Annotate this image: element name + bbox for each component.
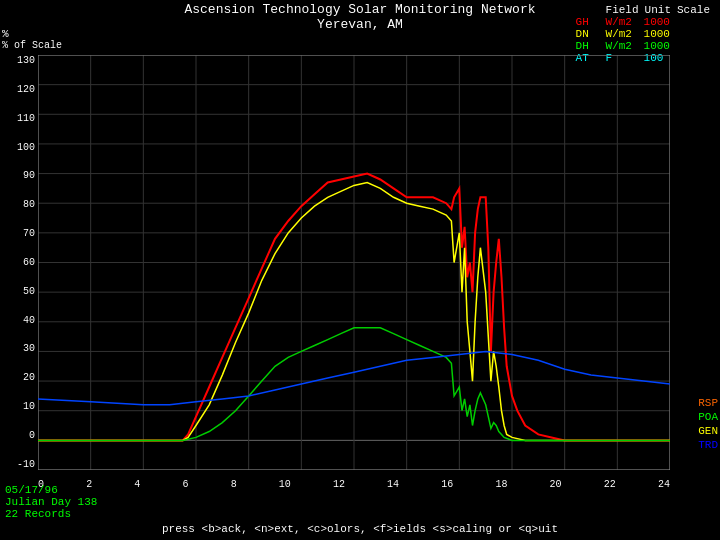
x-tick-12: 12 xyxy=(333,479,345,490)
legend-gh-unit: W/m2 xyxy=(606,16,638,28)
y-tick-10: 10 xyxy=(23,401,35,412)
x-tick-14: 14 xyxy=(387,479,399,490)
legend-unit-header: Unit xyxy=(645,4,671,16)
x-tick-24: 24 xyxy=(658,479,670,490)
x-tick-22: 22 xyxy=(604,479,616,490)
keybind-info: press <b>ack, <n>ext, <c>olors, <f>ields… xyxy=(5,523,715,535)
legend-dn-unit: W/m2 xyxy=(606,28,638,40)
legend-row-gh: GH W/m2 1000 xyxy=(576,16,710,28)
trd-label: TRD xyxy=(698,438,718,452)
y-tick-100: 100 xyxy=(17,142,35,153)
y-tick-80: 80 xyxy=(23,199,35,210)
legend-row-dh: DH W/m2 1000 xyxy=(576,40,710,52)
y-tick-130: 130 xyxy=(17,55,35,66)
y-axis-of-scale: % of Scale xyxy=(2,40,62,51)
legend-gh-field: GH xyxy=(576,16,600,28)
y-tick-110: 110 xyxy=(17,113,35,124)
legend-scale-header: Scale xyxy=(677,4,710,16)
y-tick-20: 20 xyxy=(23,372,35,383)
rsp-label: RSP xyxy=(698,396,718,410)
legend-dn-scale: 1000 xyxy=(644,28,674,40)
legend-dn-field: DN xyxy=(576,28,600,40)
x-axis-labels: 024681012141618202224 xyxy=(38,479,670,490)
x-tick-10: 10 xyxy=(279,479,291,490)
y-tick-70: 70 xyxy=(23,228,35,239)
legend-dh-field: DH xyxy=(576,40,600,52)
x-tick-4: 4 xyxy=(134,479,140,490)
bottom-info: 05/17/96 Julian Day 138 22 Records press… xyxy=(0,490,720,540)
legend-field-header: Field xyxy=(606,4,639,16)
main-container: Ascension Technology Solar Monitoring Ne… xyxy=(0,0,720,540)
x-tick-8: 8 xyxy=(231,479,237,490)
y-tick-90: 90 xyxy=(23,170,35,181)
legend-gh-scale: 1000 xyxy=(644,16,674,28)
y-tick-40: 40 xyxy=(23,315,35,326)
date-info: 05/17/96 Julian Day 138 22 Records xyxy=(5,484,97,520)
x-tick-16: 16 xyxy=(441,479,453,490)
y-tick-120: 120 xyxy=(17,84,35,95)
chart-svg xyxy=(38,55,670,470)
poa-label: POA xyxy=(698,410,718,424)
legend-dh-unit: W/m2 xyxy=(606,40,638,52)
date-value: 05/17/96 xyxy=(5,484,97,496)
y-tick-0: 0 xyxy=(29,430,35,441)
records-count: 22 Records xyxy=(5,508,97,520)
legend-row-dn: DN W/m2 1000 xyxy=(576,28,710,40)
julian-day: Julian Day 138 xyxy=(5,496,97,508)
right-labels: RSP POA GEN TRD xyxy=(698,396,718,452)
y-axis-labels: 1301201101009080706050403020100-10 xyxy=(0,55,38,470)
gen-label: GEN xyxy=(698,424,718,438)
y-tick--10: -10 xyxy=(17,459,35,470)
x-tick-20: 20 xyxy=(550,479,562,490)
y-axis-label: % % of Scale xyxy=(2,28,62,51)
x-tick-18: 18 xyxy=(495,479,507,490)
y-tick-60: 60 xyxy=(23,257,35,268)
x-tick-6: 6 xyxy=(182,479,188,490)
y-tick-50: 50 xyxy=(23,286,35,297)
legend-header: Field Unit Scale xyxy=(576,4,710,16)
y-tick-30: 30 xyxy=(23,343,35,354)
y-axis-percent: % xyxy=(2,28,62,40)
legend-dh-scale: 1000 xyxy=(644,40,674,52)
